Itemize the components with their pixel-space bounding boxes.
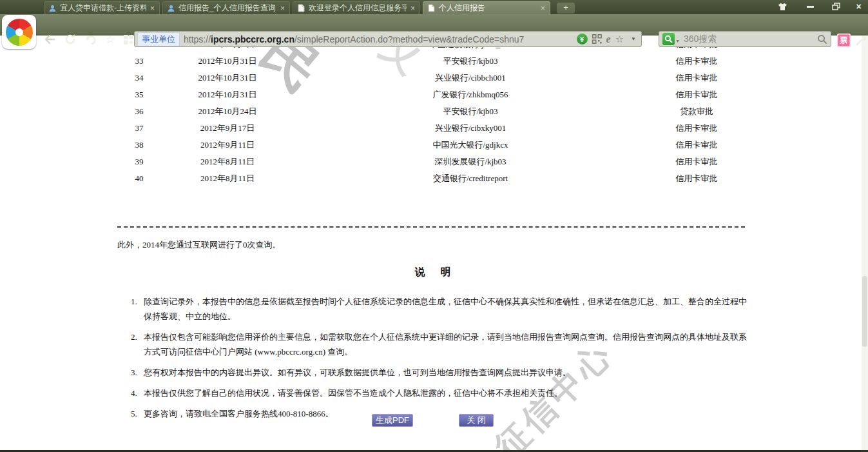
- query-reason: 信用卡审批: [647, 139, 746, 151]
- ticket-glyph: 票: [840, 35, 848, 46]
- bookmark-star-icon[interactable]: ☆: [615, 34, 624, 44]
- url-dropdown-icon[interactable]: ▼: [628, 36, 639, 42]
- query-date: 2012年10月31日: [161, 72, 294, 84]
- address-bar[interactable]: 事业单位 https://ipcrs.pbccrc.org.cn/simpleR…: [134, 31, 642, 47]
- note-text: 除查询记录外，本报告中的信息是依据截至报告时间个人征信系统记录的信息生成，征信中…: [144, 294, 748, 324]
- table-row: 40 2012年8月11日 交通银行/creditreport 信用卡审批: [117, 170, 746, 187]
- query-operator: 中国光大银行/gdjkcx: [294, 139, 647, 151]
- tab-loan-upload[interactable]: 宜人贷申请借款-上传资料证 ×: [44, 1, 160, 14]
- query-date: 2012年8月11日: [161, 156, 294, 168]
- search-box[interactable]: ▼ 360搜索: [659, 31, 831, 47]
- row-number: 35: [117, 90, 161, 100]
- note-number: 1.: [131, 294, 144, 324]
- tools-menu-button[interactable]: [855, 34, 867, 46]
- query-date: 2012年10月24日: [161, 106, 294, 117]
- tab-credit-report-query[interactable]: 信用报告_个人信用报告查询 ×: [162, 1, 290, 14]
- vertical-scrollbar[interactable]: [862, 36, 868, 450]
- query-date: 2012年9月11日: [161, 139, 294, 151]
- query-operator: 兴业银行/cibxky001: [294, 123, 647, 134]
- tab-label: 欢迎登录个人信用信息服务平: [309, 3, 407, 14]
- undo-arrow-icon: [85, 34, 97, 44]
- row-number: 36: [117, 106, 161, 117]
- table-row: 36 2012年10月24日 平安银行/kjb03 贷款审批: [117, 103, 746, 120]
- tab-label: 信用报告_个人信用报告查询: [178, 3, 276, 14]
- page-icon: [428, 4, 435, 12]
- close-report-button[interactable]: 关 闭: [459, 414, 494, 427]
- note-item: 3. 您有权对本报告中的内容提出异议。如有异议，可联系数据提供单位，也可到当地信…: [131, 365, 748, 380]
- note-text: 本报告仅供您了解自己的信用状况，请妥善保管。因保管不当造成个人隐私泄露的，征信中…: [144, 386, 748, 400]
- search-engine-icon[interactable]: [662, 33, 675, 45]
- query-operator: 深圳发展银行/kjb03: [294, 156, 647, 168]
- query-date: 2012年10月31日: [161, 89, 294, 101]
- search-engine-dropdown-icon[interactable]: ▼: [675, 39, 680, 43]
- maximize-button[interactable]: [825, 0, 847, 13]
- search-input[interactable]: 360搜索: [684, 34, 817, 45]
- note-text: 您有权对本报告中的内容提出异议。如有异议，可联系数据提供单位，也可到当地信用报告…: [144, 365, 748, 380]
- train-ticket-tool-button[interactable]: 票: [837, 34, 851, 47]
- query-reason: 信用卡审批: [647, 72, 746, 84]
- note-item: 2. 本报告仅包含可能影响您信用评价的主要信息，如需获取您在个人征信系统中更详细…: [131, 329, 748, 359]
- row-number: 34: [117, 73, 161, 83]
- row-number: 37: [117, 123, 161, 133]
- query-reason: 贷款审批: [647, 106, 746, 117]
- query-reason: 信用卡审批: [647, 156, 746, 168]
- tab-close-icon[interactable]: ×: [410, 5, 415, 12]
- url-host: ipcrs.pbccrc.org.cn: [211, 34, 294, 44]
- tab-personal-credit-report[interactable]: 个人信用报告 ×: [423, 1, 550, 14]
- tab-login-service[interactable]: 欢迎登录个人信用信息服务平 ×: [293, 1, 420, 14]
- skin-theme-button[interactable]: [771, 0, 794, 13]
- note-text: 更多咨询，请致电全国客户服务热线400-810-8866。: [144, 406, 748, 421]
- site-type-badge: 事业单位: [137, 32, 180, 46]
- browser-toolbar: ☆ 事业单位 https://ipcrs.pbccrc.org.cn/simpl…: [0, 14, 868, 35]
- note-item: 4. 本报告仅供您了解自己的信用状况，请妥善保管。因保管不当造成个人隐私泄露的，…: [131, 386, 748, 400]
- back-button[interactable]: [43, 33, 57, 46]
- grid-plus-icon: [123, 34, 134, 45]
- query-reason: 信用卡审批: [647, 55, 746, 67]
- table-row: 37 2012年9月17日 兴业银行/cibxky001 信用卡审批: [117, 120, 746, 137]
- person-icon: [49, 5, 56, 12]
- qrcode-icon[interactable]: [592, 34, 602, 44]
- minimize-icon: [807, 6, 814, 8]
- generate-pdf-button[interactable]: 生成PDF: [372, 414, 413, 427]
- query-date: 2012年9月17日: [161, 123, 294, 134]
- url-path: /simpleReportAction.do?method=view&trade…: [294, 34, 524, 44]
- query-operator: 兴业银行/cibbch001: [294, 72, 647, 84]
- credit-report-page: 民 义 征信中心 32 2012年11月6日 中国建设银行/jkcx_ccb 信…: [0, 36, 868, 450]
- tab-close-icon[interactable]: ×: [150, 5, 155, 12]
- tab-close-icon[interactable]: ×: [280, 5, 285, 12]
- yuan-glyph: ¥: [580, 35, 584, 43]
- tab-close-icon[interactable]: ×: [541, 5, 545, 12]
- notes-heading: 说 明: [0, 266, 868, 279]
- refresh-icon: [64, 34, 76, 45]
- note-text: 本报告仅包含可能影响您信用评价的主要信息，如需获取您在个人征信系统中更详细的记录…: [144, 329, 748, 359]
- notes-list: 1. 除查询记录外，本报告中的信息是依据截至报告时间个人征信系统记录的信息生成，…: [131, 294, 748, 427]
- favorites-button[interactable]: ☆: [103, 33, 117, 46]
- scrollbar-thumb[interactable]: [862, 276, 867, 347]
- table-row: 39 2012年8月11日 深圳发展银行/kjb03 信用卡审批: [117, 153, 746, 170]
- row-number: 40: [117, 173, 161, 184]
- row-number: 39: [117, 157, 161, 167]
- browser-logo[interactable]: [2, 15, 36, 49]
- address-bar-icons: ¥ e ☆ ▼: [577, 34, 639, 44]
- shirt-icon: [778, 3, 787, 11]
- close-window-button[interactable]: ×: [849, 0, 868, 13]
- minimize-button[interactable]: [799, 0, 821, 13]
- url-text[interactable]: https://ipcrs.pbccrc.org.cn/simpleReport…: [184, 34, 573, 44]
- wrench-icon: [855, 34, 867, 46]
- table-row: 35 2012年10月31日 广发银行/zhkbmq056 信用卡审批: [117, 86, 746, 103]
- query-date: 2012年10月31日: [161, 55, 294, 67]
- row-number: 38: [117, 140, 161, 150]
- apps-grid-button[interactable]: [121, 33, 135, 46]
- person-icon: [168, 5, 175, 12]
- query-reason: 信用卡审批: [647, 123, 746, 134]
- ie-compat-mode-icon[interactable]: e: [606, 34, 611, 44]
- query-operator: 平安银行/kjb03: [294, 106, 647, 117]
- payment-shield-icon[interactable]: ¥: [577, 34, 588, 44]
- new-tab-button[interactable]: +: [557, 3, 575, 14]
- search-magnifier-icon[interactable]: [817, 34, 827, 44]
- reopen-closed-tab-button[interactable]: [84, 33, 98, 46]
- query-record-table: 32 2012年11月6日 中国建设银行/jkcx_ccb 信用卡审批 33 2…: [117, 36, 746, 187]
- row-number: 33: [117, 56, 161, 66]
- dashed-divider: [117, 226, 745, 228]
- refresh-button[interactable]: [63, 33, 77, 46]
